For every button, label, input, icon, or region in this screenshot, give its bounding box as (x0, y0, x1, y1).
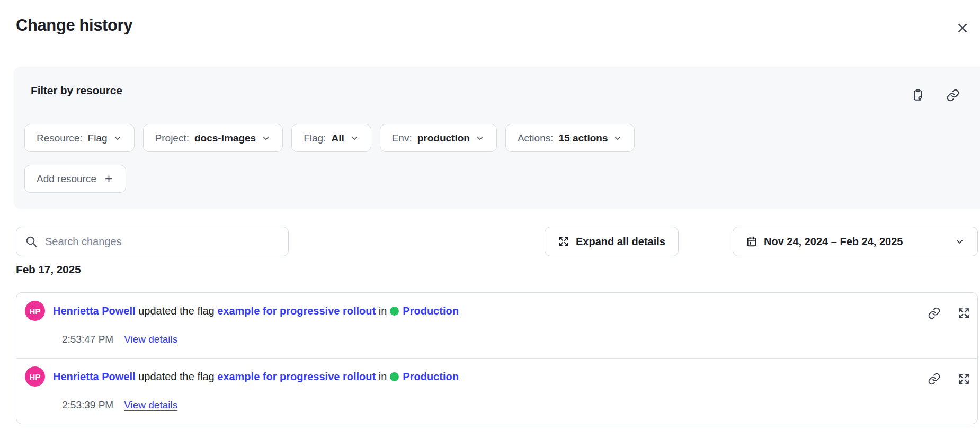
entry-text: Henrietta Powell updated the flag exampl… (53, 371, 459, 383)
change-entries-list: HP Henrietta Powell updated the flag exa… (16, 292, 978, 424)
filter-by-resource-panel: Filter by resource (14, 67, 980, 209)
calendar-icon (746, 236, 758, 247)
chevron-down-icon (955, 237, 965, 247)
environment-link[interactable]: Production (403, 371, 459, 382)
entry-summary: HP Henrietta Powell updated the flag exa… (25, 301, 935, 321)
environment-status-dot (390, 372, 399, 381)
search-icon (25, 235, 38, 248)
conjunction-text: in (379, 371, 387, 382)
entry-timestamp: 2:53:39 PM (62, 399, 113, 411)
copy-filter-button[interactable] (911, 88, 925, 103)
arrows-maximize-icon (558, 236, 569, 247)
search-changes-box (16, 227, 289, 256)
chip-value: docs-images (194, 132, 256, 144)
action-text: updated the flag (138, 305, 214, 317)
copy-entry-link-button[interactable] (926, 306, 941, 320)
filter-chip-project[interactable]: Project: docs-images (143, 124, 283, 152)
action-text: updated the flag (138, 371, 214, 382)
chip-label: Project: (155, 132, 189, 144)
actor-link[interactable]: Henrietta Powell (53, 371, 136, 382)
chip-label: Resource: (37, 132, 83, 144)
date-range-button[interactable]: Nov 24, 2024 – Feb 24, 2025 (733, 227, 978, 256)
copy-link-filter-button[interactable] (946, 88, 960, 103)
filter-chip-env[interactable]: Env: production (380, 124, 497, 152)
date-group-header: Feb 17, 2025 (16, 263, 81, 276)
filter-panel-actions (911, 88, 960, 103)
filter-panel-title: Filter by resource (31, 84, 122, 97)
entry-actions (926, 371, 971, 386)
chip-value: All (331, 132, 344, 144)
entry-timestamp: 2:53:47 PM (62, 334, 113, 345)
avatar: HP (25, 301, 45, 321)
clipboard-edit-icon (911, 88, 925, 102)
entry-summary: HP Henrietta Powell updated the flag exa… (25, 366, 935, 387)
arrows-maximize-icon (957, 372, 970, 386)
add-resource-row: Add resource (24, 165, 126, 193)
view-details-link[interactable]: View details (124, 399, 177, 411)
copy-link-icon (928, 372, 941, 386)
expand-all-details-label: Expand all details (576, 236, 665, 248)
filter-chip-resource[interactable]: Resource: Flag (24, 124, 135, 152)
change-entry: HP Henrietta Powell updated the flag exa… (16, 293, 977, 358)
change-entry: HP Henrietta Powell updated the flag exa… (16, 358, 977, 424)
chip-value: production (417, 132, 470, 144)
avatar: HP (25, 366, 45, 387)
chevron-down-icon (113, 133, 122, 143)
flag-link[interactable]: example for progressive rollout (217, 371, 376, 382)
change-history-panel: Change history Filter by resource (0, 0, 980, 448)
filter-chip-row: Resource: Flag Project: docs-images Flag… (24, 124, 635, 152)
conjunction-text: in (379, 305, 387, 317)
chevron-down-icon (261, 133, 271, 143)
plus-icon (104, 174, 114, 184)
chevron-down-icon (475, 133, 485, 143)
page-title: Change history (16, 16, 132, 35)
arrows-maximize-icon (957, 307, 970, 320)
filter-chip-actions[interactable]: Actions: 15 actions (505, 124, 635, 152)
chip-label: Flag: (304, 132, 326, 144)
entry-text: Henrietta Powell updated the flag exampl… (53, 305, 459, 317)
entry-meta: 2:53:39 PM View details (62, 399, 935, 411)
environment-status-dot (390, 307, 399, 316)
chip-label: Env: (392, 132, 412, 144)
entry-actions (926, 306, 971, 320)
actor-link[interactable]: Henrietta Powell (53, 305, 136, 317)
chip-value: Flag (88, 132, 108, 144)
copy-entry-link-button[interactable] (926, 371, 941, 386)
chevron-down-icon (350, 133, 359, 143)
close-icon (956, 22, 969, 34)
chevron-down-icon (613, 133, 622, 143)
chip-label: Actions: (518, 132, 554, 144)
close-button[interactable] (954, 19, 972, 37)
filter-chip-flag[interactable]: Flag: All (291, 124, 371, 152)
date-range-label: Nov 24, 2024 – Feb 24, 2025 (764, 236, 903, 248)
expand-entry-button[interactable] (956, 306, 971, 320)
view-details-link[interactable]: View details (124, 334, 177, 345)
add-resource-label: Add resource (37, 173, 96, 185)
entry-meta: 2:53:47 PM View details (62, 334, 935, 345)
environment-link[interactable]: Production (403, 305, 459, 317)
add-resource-button[interactable]: Add resource (24, 165, 126, 193)
copy-link-icon (946, 88, 960, 102)
expand-entry-button[interactable] (956, 371, 971, 386)
chip-value: 15 actions (559, 132, 608, 144)
expand-all-details-button[interactable]: Expand all details (545, 227, 679, 256)
copy-link-icon (928, 307, 941, 320)
flag-link[interactable]: example for progressive rollout (217, 305, 376, 317)
search-changes-input[interactable] (45, 236, 280, 248)
